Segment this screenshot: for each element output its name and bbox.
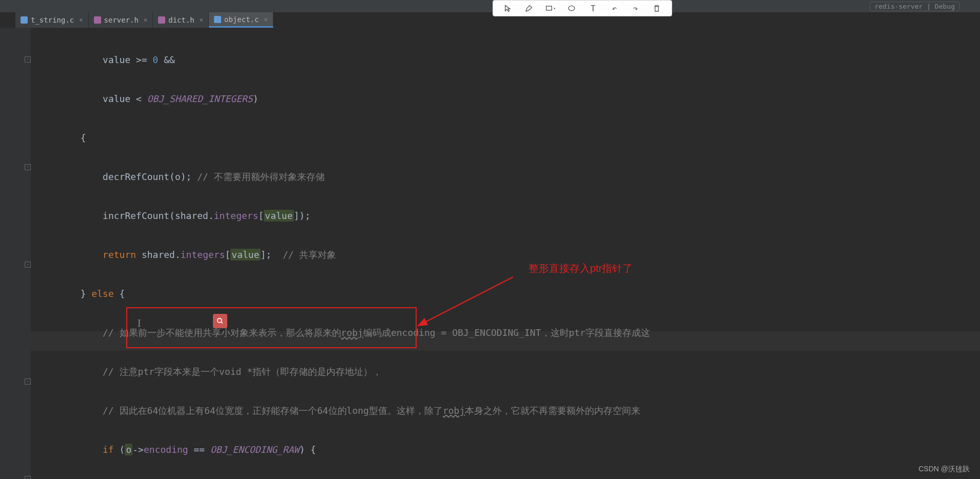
svg-line-1 [221,322,223,324]
svg-point-0 [218,318,222,323]
tab-label: object.c [224,15,259,24]
tab-label: server.h [104,16,139,24]
close-icon[interactable]: × [264,16,267,23]
tab-object-c[interactable]: object.c × [209,12,273,28]
code-line: // 因此在64位机器上有64位宽度，正好能存储一个64位的long型值。这样，… [36,401,980,421]
code-line: incrRefCount(shared.integers[value]); [36,206,980,226]
watermark: CSDN @沃毪趺 [918,465,970,474]
close-icon[interactable]: × [144,16,147,24]
code-line: value >= 0 && [36,50,980,70]
svg-point-3 [569,6,575,10]
tab-t-string-c[interactable]: t_string.c × [15,12,89,28]
rect-tool-icon[interactable]: ▾ [543,2,558,14]
c-file-icon [214,16,221,23]
code-line: value < OBJ_SHARED_INTEGERS) [36,89,980,109]
gutter: - - - - - [0,28,31,479]
search-icon[interactable] [213,314,227,328]
code-line: { [36,128,980,148]
redo-icon[interactable]: ↷ [629,2,643,14]
tab-dict-h[interactable]: dict.h × [153,12,209,28]
code-line: // 注意ptr字段本来是一个void *指针（即存储的是内存地址）， [36,362,980,382]
text-tool-icon[interactable]: T [586,2,600,14]
code-editor[interactable]: value >= 0 && value < OBJ_SHARED_INTEGER… [36,31,980,479]
oval-tool-icon[interactable] [564,2,579,14]
code-line: // 如果前一步不能使用共享小对象来表示，那么将原来的robj编码成encodi… [36,323,980,343]
trash-icon[interactable] [650,2,664,14]
top-toolbar: redis-server | Debug [0,0,980,12]
code-line: if (o->encoding == OBJ_ENCODING_RAW) { [36,440,980,460]
c-file-icon [21,16,28,24]
code-line: } else { [36,284,980,304]
close-icon[interactable]: × [79,16,83,24]
cursor-tool-icon[interactable] [501,2,515,14]
code-line: decrRefCount(o); // 不需要用额外得对象来存储 [36,167,980,187]
fold-marker-icon[interactable]: - [25,164,31,170]
svg-rect-2 [546,6,552,10]
fold-marker-icon[interactable]: - [25,56,31,63]
tab-label: dict.h [168,16,194,24]
tab-label: t_string.c [31,16,74,24]
h-file-icon [94,16,101,24]
undo-icon[interactable]: ↶ [607,2,621,14]
fold-marker-icon[interactable]: - [25,378,31,385]
tab-server-h[interactable]: server.h × [89,12,153,28]
annotation-toolbar: ▾ T ↶ ↷ [493,0,672,16]
code-line: return shared.integers[value]; // 共享对象 [36,245,980,265]
run-config-selector[interactable]: redis-server | Debug [870,2,959,11]
fold-marker-icon[interactable]: - [25,476,31,479]
close-icon[interactable]: × [200,16,203,24]
editor-tabs: t_string.c × server.h × dict.h × object.… [15,12,273,28]
h-file-icon [158,16,165,24]
pen-tool-icon[interactable] [522,2,536,14]
fold-marker-icon[interactable]: - [25,262,31,268]
annotation-label: 整形直接存入ptr指针了 [528,262,633,275]
text-cursor-icon: I [138,317,141,329]
